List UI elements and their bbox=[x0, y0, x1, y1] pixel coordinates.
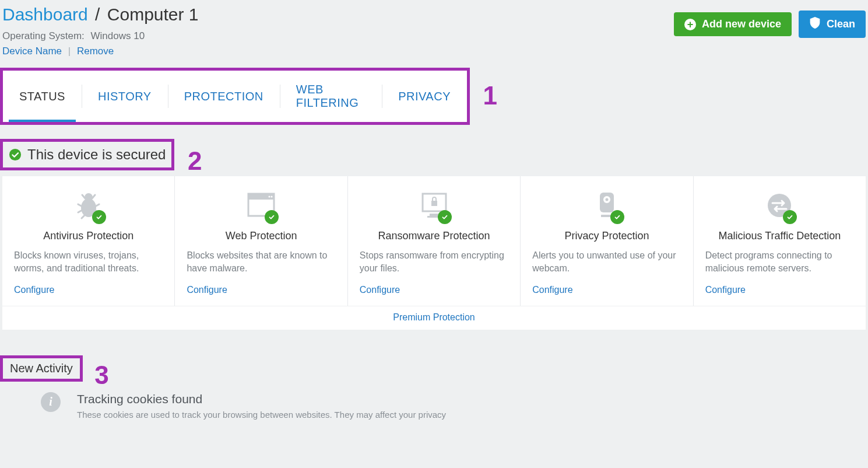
breadcrumb-dashboard[interactable]: Dashboard bbox=[2, 5, 88, 24]
breadcrumb: Dashboard / Computer 1 bbox=[2, 5, 199, 25]
card-title: Privacy Protection bbox=[532, 230, 681, 242]
configure-link[interactable]: Configure bbox=[187, 285, 227, 295]
add-device-button[interactable]: + Add new device bbox=[674, 12, 792, 36]
svg-rect-10 bbox=[431, 201, 437, 206]
plus-circle-icon: + bbox=[684, 19, 696, 30]
device-status: This device is secured bbox=[3, 142, 171, 167]
svg-point-13 bbox=[605, 198, 608, 201]
status-ok-badge-icon bbox=[265, 210, 279, 224]
clean-button[interactable]: Clean bbox=[799, 11, 866, 38]
tab-web-filtering[interactable]: WEB FILTERING bbox=[280, 71, 382, 122]
protection-cards-panel: Antivirus Protection Blocks known viruse… bbox=[2, 176, 866, 330]
status-ok-badge-icon bbox=[438, 210, 452, 224]
card-ransomware: Ransomware Protection Stops ransomware f… bbox=[347, 176, 520, 306]
status-ok-badge-icon bbox=[92, 210, 106, 224]
activity-item: i Tracking cookies found These cookies a… bbox=[0, 382, 868, 420]
add-device-label: Add new device bbox=[702, 18, 781, 30]
status-ok-badge-icon bbox=[783, 210, 797, 224]
card-traffic: Malicious Traffic Detection Detect progr… bbox=[693, 176, 866, 306]
tab-history[interactable]: HISTORY bbox=[82, 71, 168, 122]
configure-link[interactable]: Configure bbox=[705, 285, 746, 295]
device-actions: Device Name | Remove bbox=[2, 46, 199, 57]
activity-item-title: Tracking cookies found bbox=[77, 392, 446, 406]
card-privacy: Privacy Protection Alerts you to unwante… bbox=[520, 176, 693, 306]
card-desc: Detect programs connecting to malicious … bbox=[705, 249, 854, 275]
card-desc: Stops ransomware from encrypting your fi… bbox=[360, 249, 508, 275]
configure-link[interactable]: Configure bbox=[14, 285, 54, 295]
card-desc: Blocks known viruses, trojans, worms, an… bbox=[14, 249, 163, 275]
card-desc: Blocks websites that are known to have m… bbox=[187, 249, 335, 275]
configure-link[interactable]: Configure bbox=[532, 285, 572, 295]
new-activity-heading: New Activity bbox=[3, 358, 80, 379]
os-value: Windows 10 bbox=[91, 30, 145, 41]
check-circle-icon bbox=[9, 148, 22, 161]
svg-point-6 bbox=[271, 196, 273, 198]
card-desc: Alerts you to unwanted use of your webca… bbox=[532, 249, 681, 275]
shield-icon bbox=[809, 16, 821, 32]
breadcrumb-separator: / bbox=[95, 5, 100, 24]
premium-protection-link[interactable]: Premium Protection bbox=[393, 312, 475, 322]
annotation-2: 2 bbox=[188, 146, 202, 176]
tab-status[interactable]: STATUS bbox=[3, 71, 82, 122]
svg-point-2 bbox=[85, 193, 93, 201]
card-title: Ransomware Protection bbox=[360, 230, 508, 242]
remove-device-link[interactable]: Remove bbox=[77, 46, 114, 57]
activity-item-desc: These cookies are used to track your bro… bbox=[77, 410, 446, 420]
svg-point-0 bbox=[9, 149, 21, 160]
actions-divider: | bbox=[68, 46, 71, 57]
tab-protection[interactable]: PROTECTION bbox=[168, 71, 280, 122]
card-title: Antivirus Protection bbox=[14, 230, 163, 242]
annotation-3: 3 bbox=[94, 361, 108, 390]
card-web-protection: Web Protection Blocks websites that are … bbox=[174, 176, 347, 306]
info-icon: i bbox=[41, 392, 61, 412]
clean-label: Clean bbox=[827, 18, 855, 30]
tab-privacy[interactable]: PRIVACY bbox=[382, 71, 467, 122]
status-ok-badge-icon bbox=[610, 210, 624, 224]
tabs: STATUS HISTORY PROTECTION WEB FILTERING … bbox=[3, 71, 467, 122]
card-antivirus: Antivirus Protection Blocks known viruse… bbox=[2, 176, 174, 306]
card-title: Malicious Traffic Detection bbox=[705, 230, 854, 242]
os-label: Operating System: bbox=[2, 30, 85, 41]
card-title: Web Protection bbox=[187, 230, 335, 242]
breadcrumb-device: Computer 1 bbox=[107, 5, 199, 24]
configure-link[interactable]: Configure bbox=[360, 285, 400, 295]
device-status-text: This device is secured bbox=[27, 146, 166, 163]
svg-point-5 bbox=[269, 196, 270, 198]
rename-device-link[interactable]: Device Name bbox=[2, 46, 62, 57]
os-line: Operating System: Windows 10 bbox=[2, 30, 199, 42]
annotation-1: 1 bbox=[483, 81, 497, 110]
